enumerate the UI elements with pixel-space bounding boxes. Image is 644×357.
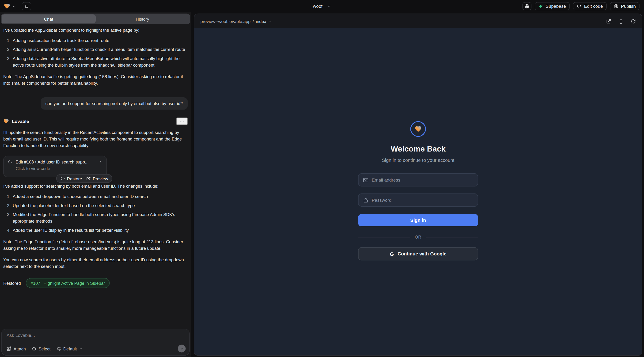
google-g-icon: G	[390, 251, 394, 257]
list-item: Added a select dropdown to choose betwee…	[3, 193, 188, 200]
restore-label: Restore	[67, 176, 82, 181]
badge-version: #107	[31, 280, 40, 286]
select-element-button[interactable]: Select	[32, 346, 50, 351]
list-item: Updated the placeholder text based on th…	[3, 202, 188, 209]
chevron-down-icon	[79, 347, 83, 350]
heart-icon	[414, 125, 422, 133]
edit-card[interactable]: Edit #108 • Add user ID search supp... C…	[3, 156, 107, 177]
assistant-note: Note: The AppSidebar.tsx file is getting…	[3, 73, 188, 86]
preview-label: Preview	[93, 176, 108, 181]
assistant-paragraph: I've updated the AppSidebar component to…	[3, 27, 188, 33]
project-name: woof	[313, 4, 322, 9]
supabase-label: Supabase	[546, 4, 566, 9]
assistant-list: Adding useLocation hook to track the cur…	[3, 37, 188, 68]
send-button[interactable]	[178, 344, 186, 352]
top-bar: woof Supabase Edit code Publish	[0, 0, 644, 12]
list-item: Adding useLocation hook to track the cur…	[3, 37, 188, 44]
sign-in-button[interactable]: Sign in	[358, 214, 478, 226]
chat-composer: Attach Select Default	[1, 328, 190, 356]
list-item: Added the user ID display in the results…	[3, 227, 188, 234]
divider-line	[426, 237, 478, 237]
assistant-header: Lovable	[3, 118, 188, 125]
publish-button[interactable]: Publish	[610, 2, 640, 10]
arrow-up-icon	[180, 346, 183, 351]
email-input[interactable]	[372, 178, 473, 182]
assistant-note: Note: The Edge Function file (fetch-fire…	[3, 238, 188, 252]
app-logo	[410, 121, 426, 137]
edit-code-label: Edit code	[584, 4, 603, 9]
badge-title: Highlight Active Page in Sidebar	[44, 280, 105, 286]
email-field[interactable]	[358, 173, 478, 186]
lovable-heart-icon	[4, 3, 10, 10]
settings-button[interactable]	[522, 2, 532, 10]
attach-label: Attach	[14, 346, 26, 351]
edit-card-subtitle: Click to view code	[16, 166, 102, 171]
or-divider: OR	[358, 235, 478, 240]
restored-version-badge[interactable]: #107 Highlight Active Page in Sidebar	[26, 278, 110, 288]
chat-messages: I've updated the AppSidebar component to…	[0, 24, 191, 328]
assistant-list: Added a select dropdown to choose betwee…	[3, 193, 188, 234]
external-link-icon	[606, 19, 611, 24]
chevron-down-icon	[12, 4, 16, 8]
refresh-button[interactable]	[631, 19, 636, 24]
chat-history-tabs: Chat History	[1, 14, 190, 24]
restore-icon	[60, 176, 65, 180]
lovable-heart-icon	[3, 118, 9, 124]
lovable-logo-menu[interactable]	[4, 3, 16, 10]
restore-button[interactable]: Restore	[60, 176, 82, 181]
assistant-name: Lovable	[12, 119, 29, 124]
mode-dropdown[interactable]: Default	[56, 346, 83, 351]
tab-history[interactable]: History	[96, 14, 189, 24]
restored-row: Restored #107 Highlight Active Page in S…	[3, 278, 188, 288]
target-icon	[32, 346, 36, 351]
sidebar-toggle-button[interactable]	[22, 2, 31, 10]
preview-button[interactable]: Preview	[86, 176, 108, 181]
code-icon	[8, 159, 13, 164]
chat-panel: Chat History I've updated the AppSidebar…	[0, 12, 191, 357]
mobile-view-button[interactable]	[618, 19, 623, 24]
ellipsis-icon	[180, 119, 184, 124]
list-item: Adding data-active attribute to SidebarM…	[3, 55, 188, 68]
message-more-button[interactable]	[176, 118, 188, 125]
project-switcher[interactable]: woof	[313, 4, 331, 9]
preview-panel: preview--woof.lovable.app / index	[194, 14, 642, 356]
auth-card: Welcome Back Sign in to continue to your…	[358, 121, 478, 260]
url-separator: /	[252, 19, 254, 24]
attach-button[interactable]: Attach	[6, 346, 26, 351]
password-field[interactable]	[358, 194, 478, 207]
auth-subtitle: Sign in to continue to your account	[382, 158, 454, 162]
preview-url-host: preview--woof.lovable.app	[200, 19, 251, 24]
panel-left-icon	[24, 4, 28, 9]
edit-card-group: Edit #108 • Add user ID search supp... C…	[3, 156, 188, 183]
gear-icon	[524, 4, 529, 9]
assistant-paragraph: I'll update the search functionality in …	[3, 129, 188, 149]
supabase-bolt-icon	[538, 4, 543, 9]
chevron-right-icon	[98, 160, 102, 164]
user-message-bubble: can you add support for searching not on…	[40, 97, 188, 110]
chat-input[interactable]	[6, 333, 184, 342]
smartphone-icon	[618, 19, 623, 24]
password-input[interactable]	[372, 198, 473, 202]
divider-line	[358, 237, 410, 237]
tab-chat[interactable]: Chat	[2, 14, 96, 24]
auth-title: Welcome Back	[391, 144, 446, 154]
restored-label: Restored	[3, 280, 21, 286]
open-in-new-tab-button[interactable]	[606, 19, 611, 24]
list-item: Modified the Edge Function to handle bot…	[3, 211, 188, 224]
supabase-button[interactable]: Supabase	[534, 2, 570, 10]
edit-code-button[interactable]: Edit code	[573, 2, 606, 10]
select-label: Select	[38, 346, 50, 351]
image-plus-icon	[6, 346, 12, 351]
lock-icon	[363, 197, 368, 203]
preview-url-page: index	[256, 19, 266, 24]
sliders-icon	[56, 346, 61, 351]
chevron-down-icon	[268, 19, 272, 23]
edit-card-title: Edit #108 • Add user ID search supp...	[16, 159, 89, 164]
google-label: Continue with Google	[398, 252, 446, 256]
code-icon	[577, 4, 582, 9]
mail-icon	[363, 177, 368, 183]
mode-label: Default	[63, 346, 77, 351]
refresh-icon	[631, 19, 636, 24]
preview-url-breadcrumb[interactable]: preview--woof.lovable.app / index	[200, 19, 272, 24]
google-signin-button[interactable]: G Continue with Google	[358, 247, 478, 260]
